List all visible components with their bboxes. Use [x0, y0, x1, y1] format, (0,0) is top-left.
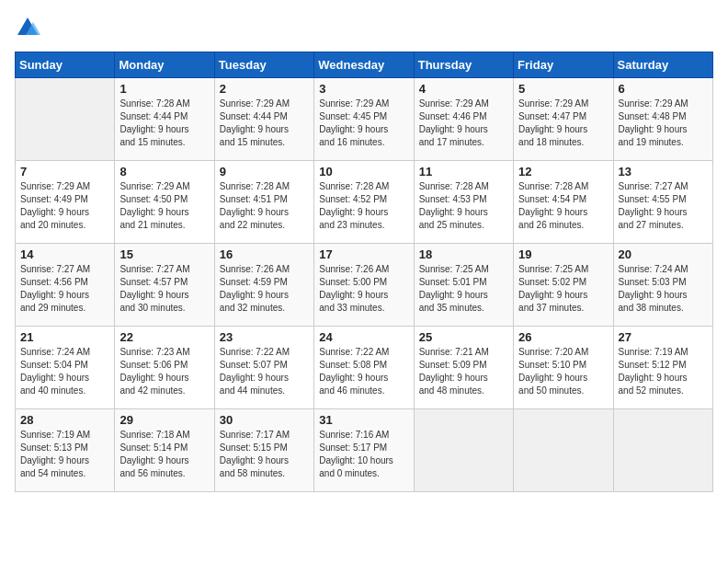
day-header-tuesday: Tuesday: [214, 52, 313, 78]
calendar-cell: 4Sunrise: 7:29 AM Sunset: 4:46 PM Daylig…: [414, 78, 513, 161]
calendar-cell: [514, 409, 613, 492]
day-info: Sunrise: 7:27 AM Sunset: 4:55 PM Dayligh…: [619, 180, 708, 232]
day-header-friday: Friday: [514, 52, 613, 78]
calendar-cell: 20Sunrise: 7:24 AM Sunset: 5:03 PM Dayli…: [613, 244, 712, 327]
calendar-cell: 5Sunrise: 7:29 AM Sunset: 4:47 PM Daylig…: [514, 78, 613, 161]
day-number: 28: [20, 413, 109, 427]
day-info: Sunrise: 7:25 AM Sunset: 5:02 PM Dayligh…: [518, 263, 608, 315]
day-header-sunday: Sunday: [16, 52, 115, 78]
calendar-cell: 31Sunrise: 7:16 AM Sunset: 5:17 PM Dayli…: [314, 409, 414, 492]
day-number: 25: [419, 330, 508, 344]
day-number: 16: [220, 247, 309, 261]
day-info: Sunrise: 7:28 AM Sunset: 4:52 PM Dayligh…: [319, 180, 408, 232]
day-number: 10: [319, 165, 408, 178]
calendar-cell: 18Sunrise: 7:25 AM Sunset: 5:01 PM Dayli…: [414, 244, 513, 327]
day-number: 19: [518, 247, 608, 261]
day-info: Sunrise: 7:21 AM Sunset: 5:09 PM Dayligh…: [419, 346, 508, 397]
day-info: Sunrise: 7:22 AM Sunset: 5:07 PM Dayligh…: [220, 346, 309, 397]
day-info: Sunrise: 7:24 AM Sunset: 5:04 PM Dayligh…: [20, 346, 109, 397]
day-number: 27: [619, 330, 708, 344]
day-number: 29: [119, 413, 209, 427]
day-info: Sunrise: 7:20 AM Sunset: 5:10 PM Dayligh…: [518, 346, 608, 397]
calendar-cell: 27Sunrise: 7:19 AM Sunset: 5:12 PM Dayli…: [613, 327, 712, 409]
day-header-monday: Monday: [115, 52, 214, 78]
day-number: 15: [119, 247, 209, 261]
day-number: 30: [220, 413, 309, 427]
calendar-cell: 30Sunrise: 7:17 AM Sunset: 5:15 PM Dayli…: [214, 409, 313, 492]
day-info: Sunrise: 7:29 AM Sunset: 4:46 PM Dayligh…: [419, 98, 508, 149]
logo: [15, 15, 44, 40]
day-number: 23: [220, 330, 309, 344]
calendar-cell: 1Sunrise: 7:28 AM Sunset: 4:44 PM Daylig…: [115, 78, 214, 161]
day-number: 13: [619, 165, 708, 178]
day-header-wednesday: Wednesday: [314, 52, 414, 78]
day-number: 18: [419, 247, 508, 261]
day-info: Sunrise: 7:28 AM Sunset: 4:53 PM Dayligh…: [419, 180, 508, 232]
calendar-cell: 13Sunrise: 7:27 AM Sunset: 4:55 PM Dayli…: [613, 161, 712, 244]
calendar-cell: [613, 409, 712, 492]
day-info: Sunrise: 7:18 AM Sunset: 5:14 PM Dayligh…: [119, 429, 209, 480]
day-header-thursday: Thursday: [414, 52, 513, 78]
calendar-cell: 14Sunrise: 7:27 AM Sunset: 4:56 PM Dayli…: [16, 244, 115, 327]
day-info: Sunrise: 7:25 AM Sunset: 5:01 PM Dayligh…: [419, 263, 508, 315]
day-info: Sunrise: 7:22 AM Sunset: 5:08 PM Dayligh…: [319, 346, 408, 397]
calendar-cell: 17Sunrise: 7:26 AM Sunset: 5:00 PM Dayli…: [314, 244, 414, 327]
day-info: Sunrise: 7:26 AM Sunset: 5:00 PM Dayligh…: [319, 263, 408, 315]
calendar-cell: 9Sunrise: 7:28 AM Sunset: 4:51 PM Daylig…: [214, 161, 313, 244]
day-info: Sunrise: 7:23 AM Sunset: 5:06 PM Dayligh…: [119, 346, 209, 397]
day-info: Sunrise: 7:24 AM Sunset: 5:03 PM Dayligh…: [619, 263, 708, 315]
day-info: Sunrise: 7:29 AM Sunset: 4:47 PM Dayligh…: [518, 98, 608, 149]
day-number: 24: [319, 330, 408, 344]
day-number: 3: [319, 82, 408, 96]
day-info: Sunrise: 7:28 AM Sunset: 4:44 PM Dayligh…: [119, 98, 209, 149]
day-info: Sunrise: 7:29 AM Sunset: 4:44 PM Dayligh…: [220, 98, 309, 149]
day-info: Sunrise: 7:27 AM Sunset: 4:57 PM Dayligh…: [119, 263, 209, 315]
day-header-saturday: Saturday: [613, 52, 712, 78]
calendar-cell: 11Sunrise: 7:28 AM Sunset: 4:53 PM Dayli…: [414, 161, 513, 244]
day-number: 31: [319, 413, 408, 427]
calendar-cell: 29Sunrise: 7:18 AM Sunset: 5:14 PM Dayli…: [115, 409, 214, 492]
calendar-table: SundayMondayTuesdayWednesdayThursdayFrid…: [15, 52, 713, 492]
day-number: 26: [518, 330, 608, 344]
calendar-cell: 23Sunrise: 7:22 AM Sunset: 5:07 PM Dayli…: [214, 327, 313, 409]
calendar-cell: 25Sunrise: 7:21 AM Sunset: 5:09 PM Dayli…: [414, 327, 513, 409]
day-number: 4: [419, 82, 508, 96]
day-info: Sunrise: 7:16 AM Sunset: 5:17 PM Dayligh…: [319, 429, 408, 480]
calendar-cell: 16Sunrise: 7:26 AM Sunset: 4:59 PM Dayli…: [214, 244, 313, 327]
calendar-cell: 8Sunrise: 7:29 AM Sunset: 4:50 PM Daylig…: [115, 161, 214, 244]
calendar-cell: 7Sunrise: 7:29 AM Sunset: 4:49 PM Daylig…: [16, 161, 115, 244]
day-number: 12: [518, 165, 608, 178]
day-info: Sunrise: 7:29 AM Sunset: 4:49 PM Dayligh…: [20, 180, 109, 232]
day-info: Sunrise: 7:28 AM Sunset: 4:54 PM Dayligh…: [518, 180, 608, 232]
day-info: Sunrise: 7:17 AM Sunset: 5:15 PM Dayligh…: [220, 429, 309, 480]
day-number: 2: [220, 82, 309, 96]
calendar-cell: 10Sunrise: 7:28 AM Sunset: 4:52 PM Dayli…: [314, 161, 414, 244]
day-info: Sunrise: 7:26 AM Sunset: 4:59 PM Dayligh…: [220, 263, 309, 315]
day-number: 8: [119, 165, 209, 178]
calendar-cell: 2Sunrise: 7:29 AM Sunset: 4:44 PM Daylig…: [214, 78, 313, 161]
day-number: 1: [119, 82, 209, 96]
day-number: 6: [619, 82, 708, 96]
day-info: Sunrise: 7:29 AM Sunset: 4:50 PM Dayligh…: [119, 180, 209, 232]
day-info: Sunrise: 7:29 AM Sunset: 4:48 PM Dayligh…: [619, 98, 708, 149]
day-info: Sunrise: 7:27 AM Sunset: 4:56 PM Dayligh…: [20, 263, 109, 315]
day-number: 9: [220, 165, 309, 178]
day-number: 14: [20, 247, 109, 261]
calendar-cell: 22Sunrise: 7:23 AM Sunset: 5:06 PM Dayli…: [115, 327, 214, 409]
calendar-cell: 19Sunrise: 7:25 AM Sunset: 5:02 PM Dayli…: [514, 244, 613, 327]
logo-icon: [15, 15, 40, 40]
calendar-cell: 6Sunrise: 7:29 AM Sunset: 4:48 PM Daylig…: [613, 78, 712, 161]
day-number: 7: [20, 165, 109, 178]
calendar-cell: 21Sunrise: 7:24 AM Sunset: 5:04 PM Dayli…: [16, 327, 115, 409]
day-number: 21: [20, 330, 109, 344]
calendar-cell: 3Sunrise: 7:29 AM Sunset: 4:45 PM Daylig…: [314, 78, 414, 161]
day-number: 17: [319, 247, 408, 261]
calendar-cell: [16, 78, 115, 161]
day-info: Sunrise: 7:19 AM Sunset: 5:12 PM Dayligh…: [619, 346, 708, 397]
day-number: 5: [518, 82, 608, 96]
day-number: 22: [119, 330, 209, 344]
day-info: Sunrise: 7:28 AM Sunset: 4:51 PM Dayligh…: [220, 180, 309, 232]
day-info: Sunrise: 7:29 AM Sunset: 4:45 PM Dayligh…: [319, 98, 408, 149]
day-info: Sunrise: 7:19 AM Sunset: 5:13 PM Dayligh…: [20, 429, 109, 480]
calendar-cell: 28Sunrise: 7:19 AM Sunset: 5:13 PM Dayli…: [16, 409, 115, 492]
